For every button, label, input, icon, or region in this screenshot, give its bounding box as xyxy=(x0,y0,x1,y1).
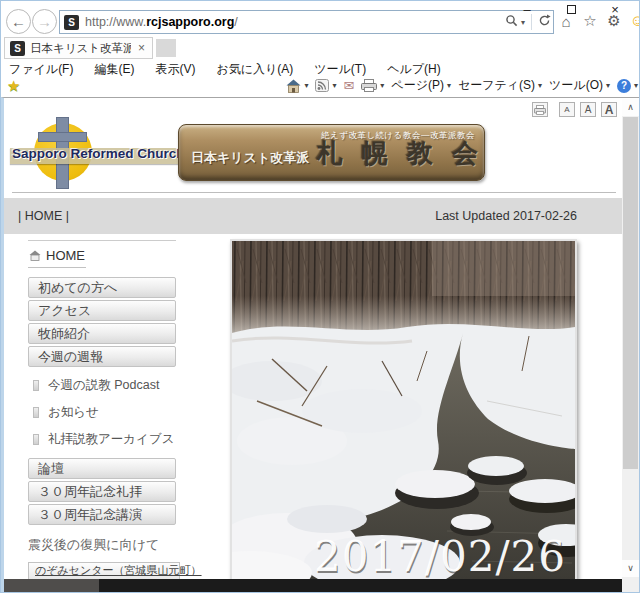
favorites-bar-star-icon[interactable]: ★ xyxy=(7,77,20,95)
site-favicon: S xyxy=(64,15,79,30)
status-band: | HOME | Last Updated 2017-02-26 xyxy=(4,198,622,234)
window-controls: – × xyxy=(505,1,637,21)
divider xyxy=(28,240,176,241)
logo-text: Sapporo Reformed Church xyxy=(12,146,184,161)
command-bar: ★ ▾ ▾ ✉ ▾ ページ(P)▾ セーフティ(S)▾ ツール(O)▾ ?▾ xyxy=(1,77,640,97)
scrollbar-corner xyxy=(622,577,639,592)
sublink-label: 礼拝説教アーカイブス xyxy=(48,431,174,448)
last-updated-text: Last Updated 2017-02-26 xyxy=(435,209,577,223)
sidebar-item-rondan[interactable]: 論壇 xyxy=(28,458,176,479)
url-path: / xyxy=(234,15,237,29)
vertical-scrollbar[interactable]: ∧ ∨ xyxy=(622,99,639,577)
url-scheme: http://www. xyxy=(85,15,146,29)
close-window-button[interactable]: × xyxy=(593,1,637,21)
tools-menu-label: ツール(O) xyxy=(549,77,603,94)
site-header: A A A Sapporo Reformed Church 絶えず改革し続ける教… xyxy=(4,99,622,198)
rss-icon xyxy=(315,79,329,92)
breadcrumb[interactable]: | HOME | xyxy=(18,209,69,223)
minimize-button[interactable]: – xyxy=(505,1,549,21)
safety-menu-label: セーフティ(S) xyxy=(458,77,535,94)
scrollbar-thumb[interactable] xyxy=(623,117,638,469)
sidebar-item-news[interactable]: お知らせ xyxy=(33,404,180,421)
list-bar-icon xyxy=(33,407,39,418)
font-size-medium-button[interactable]: A xyxy=(580,102,596,117)
feeds-button[interactable]: ▾ xyxy=(315,79,336,92)
recovery-section-label: 震災後の復興に向けて xyxy=(28,536,180,554)
sublink-label: お知らせ xyxy=(48,404,99,421)
command-bar-buttons: ▾ ▾ ✉ ▾ ページ(P)▾ セーフティ(S)▾ ツール(O)▾ ?▾ xyxy=(286,77,638,94)
tab-bar: S 日本キリスト改革派札幌教会 × xyxy=(1,37,640,60)
page-menu-button[interactable]: ページ(P)▾ xyxy=(391,77,451,94)
sidebar-nav: HOME 初めての方へ アクセス 牧師紹介 今週の週報 今週の説教 Podcas… xyxy=(28,240,180,579)
footer-left-segment xyxy=(4,579,99,592)
home-page-button[interactable]: ▾ xyxy=(286,79,308,93)
sublink-label: 今週の説教 Podcast xyxy=(48,377,159,394)
page-print-icon[interactable] xyxy=(532,102,548,117)
winter-river-photo: 2017/02/26 2017/02/26 xyxy=(232,241,575,579)
sidebar-item-sermon-archives[interactable]: 礼拝説教アーカイブス xyxy=(33,431,180,448)
church-name-plaque: 絶えず改革し続ける教会―改革派教会 日本キリスト改革派 札 幌 教 会 xyxy=(178,124,485,181)
hero-photo-link[interactable]: 2017/02/26 2017/02/26 xyxy=(230,239,577,579)
cross-icon xyxy=(38,132,87,142)
sidebar-item-30th-lecture[interactable]: ３０周年記念講演 xyxy=(28,504,176,525)
home-icon xyxy=(29,250,41,261)
tab-title: 日本キリスト改革派札幌教会 xyxy=(30,41,131,56)
webpage: A A A Sapporo Reformed Church 絶えず改革し続ける教… xyxy=(4,99,622,579)
tab-sapporo-church[interactable]: S 日本キリスト改革派札幌教会 × xyxy=(4,37,153,59)
font-size-small-button[interactable]: A xyxy=(559,102,575,117)
chevron-down-icon: ▾ xyxy=(380,81,384,90)
date-overlay: 2017/02/26 xyxy=(314,532,566,579)
church-name-text: 札 幌 教 会 xyxy=(316,136,484,171)
maximize-icon xyxy=(567,5,576,14)
sidebar-item-access[interactable]: アクセス xyxy=(28,300,176,321)
chevron-down-icon: ▾ xyxy=(634,81,638,90)
forward-button[interactable]: → xyxy=(32,9,57,34)
church-logo[interactable]: Sapporo Reformed Church xyxy=(10,117,182,191)
print-button[interactable]: ▾ xyxy=(361,79,384,92)
chevron-down-icon: ▾ xyxy=(447,81,451,90)
sidebar-item-podcast[interactable]: 今週の説教 Podcast xyxy=(33,377,180,394)
page-viewport: A A A Sapporo Reformed Church 絶えず改革し続ける教… xyxy=(1,97,639,592)
house-icon xyxy=(286,79,301,93)
list-bar-icon xyxy=(33,380,39,391)
divider xyxy=(12,192,616,193)
maximize-button[interactable] xyxy=(549,1,593,21)
chevron-down-icon: ▾ xyxy=(332,81,336,90)
sidebar-item-weekly-bulletin[interactable]: 今週の週報 xyxy=(28,346,176,367)
sidebar-item-30th-worship[interactable]: ３０周年記念礼拝 xyxy=(28,481,176,502)
sidebar-item-pastor[interactable]: 牧師紹介 xyxy=(28,323,176,344)
tab-close-icon[interactable]: × xyxy=(136,41,147,55)
url-text[interactable]: http://www.rcjsapporo.org/ xyxy=(85,15,505,29)
list-bar-icon xyxy=(33,434,39,445)
chevron-down-icon: ▾ xyxy=(538,81,542,90)
back-button[interactable]: ← xyxy=(6,9,31,34)
help-icon: ? xyxy=(617,79,631,93)
content-area: HOME 初めての方へ アクセス 牧師紹介 今週の週報 今週の説教 Podcas… xyxy=(4,234,622,579)
read-mail-button[interactable]: ✉ xyxy=(343,78,354,93)
url-host: rcjsapporo.org xyxy=(146,15,234,29)
browser-window: – × ← → S http://www.rcjsapporo.org/ ▾ ⌂… xyxy=(0,0,640,593)
scroll-down-arrow[interactable]: ∨ xyxy=(622,560,639,577)
text-size-controls: A A A xyxy=(532,102,617,117)
page-footer-bar xyxy=(4,579,622,592)
plaque-main-text: 日本キリスト改革派 札 幌 教 会 xyxy=(191,136,478,171)
chevron-down-icon: ▾ xyxy=(606,81,610,90)
help-menu-button[interactable]: ?▾ xyxy=(617,79,638,93)
tools-menu-button[interactable]: ツール(O)▾ xyxy=(549,77,610,94)
safety-menu-button[interactable]: セーフティ(S)▾ xyxy=(458,77,542,94)
tab-favicon: S xyxy=(10,41,25,56)
page-menu-label: ページ(P) xyxy=(391,77,444,94)
font-size-large-button[interactable]: A xyxy=(601,102,617,117)
sidebar-home-label: HOME xyxy=(46,248,85,263)
scroll-up-arrow[interactable]: ∧ xyxy=(622,99,639,116)
sidebar-item-home[interactable]: HOME xyxy=(28,246,86,268)
denomination-text: 日本キリスト改革派 xyxy=(191,149,309,167)
printer-icon xyxy=(361,79,377,92)
new-tab-button[interactable] xyxy=(156,39,176,57)
sidebar-item-first-visit[interactable]: 初めての方へ xyxy=(28,277,176,298)
sidebar-item-nozomi-center[interactable]: のぞみセンター（宮城県山元町） xyxy=(28,562,180,579)
address-bar[interactable]: S http://www.rcjsapporo.org/ ▾ xyxy=(59,10,554,34)
chevron-down-icon: ▾ xyxy=(304,81,308,90)
